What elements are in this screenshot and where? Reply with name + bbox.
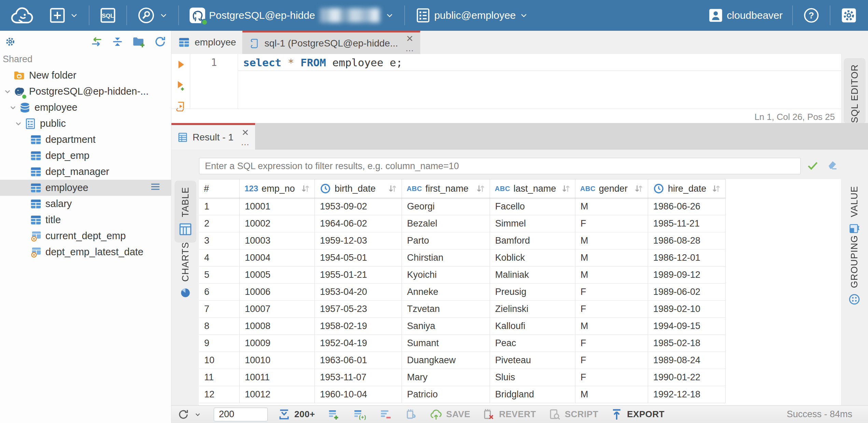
table-cell[interactable]: F	[575, 284, 648, 301]
table-cell[interactable]: Bezalel	[402, 215, 490, 232]
connection-selector[interactable]: PostgreSQL@ep-hidde	[184, 0, 400, 31]
row-number-cell[interactable]: 10	[199, 352, 240, 369]
tab-menu-icon[interactable]: ⋯	[241, 142, 250, 147]
editor-tab-sql-1[interactable]: sql-1 (PostgreSQL@ep-hidde...✕⋯	[242, 31, 420, 54]
tree-item-employee[interactable]: employee	[0, 99, 171, 115]
gear-icon[interactable]	[4, 36, 16, 48]
code-line[interactable]: select * FROM employee e;	[238, 54, 841, 71]
table-cell[interactable]: 10012	[240, 386, 315, 403]
table-cell[interactable]: F	[575, 335, 648, 352]
table-cell[interactable]: 1989-08-24	[648, 352, 726, 369]
sort-arrows-icon[interactable]	[299, 183, 311, 194]
table-cell[interactable]: Duangkaew	[402, 352, 490, 369]
tree-item-dept-emp[interactable]: dept_emp	[0, 148, 171, 164]
tab-grouping[interactable]: GROUPING	[843, 229, 865, 312]
table-cell[interactable]: Saniya	[402, 318, 490, 335]
table-cell[interactable]: 10005	[240, 267, 315, 284]
driver-tools-button[interactable]	[132, 0, 173, 31]
table-cell[interactable]: Bridgland	[490, 386, 575, 403]
table-cell[interactable]: 1989-06-02	[648, 284, 726, 301]
table-cell[interactable]: 10008	[240, 318, 315, 335]
table-cell[interactable]: 1953-11-07	[315, 369, 402, 386]
table-cell[interactable]: 1986-12-01	[648, 249, 726, 267]
tab-table[interactable]: TABLE	[174, 181, 196, 243]
table-cell[interactable]: F	[575, 352, 648, 369]
table-cell[interactable]: F	[575, 301, 648, 318]
table-cell[interactable]: Parto	[402, 232, 490, 249]
tab-menu-icon[interactable]: ⋯	[405, 49, 414, 53]
editor-tab-employee[interactable]: employee	[171, 31, 242, 54]
row-limit-input[interactable]	[214, 408, 268, 421]
tree-item-title[interactable]: title	[0, 212, 171, 228]
close-icon[interactable]: ✕	[406, 34, 414, 43]
table-cell[interactable]: M	[575, 318, 648, 335]
table-cell[interactable]: 1955-01-21	[315, 267, 402, 284]
row-number-cell[interactable]: 6	[199, 284, 240, 301]
cloudbeaver-logo[interactable]	[0, 0, 44, 31]
sync-icon[interactable]	[90, 35, 103, 49]
refresh-icon[interactable]	[153, 35, 167, 49]
table-cell[interactable]: 10011	[240, 369, 315, 386]
table-cell[interactable]: 1989-02-10	[648, 301, 726, 318]
tree-item-employee[interactable]: employee	[0, 180, 171, 196]
chevron-down-icon[interactable]	[193, 410, 202, 419]
table-cell[interactable]: 1953-04-20	[315, 284, 402, 301]
table-cell[interactable]: 10007	[240, 301, 315, 318]
tree-item-department[interactable]: department	[0, 132, 171, 148]
table-cell[interactable]: 10009	[240, 335, 315, 352]
table-cell[interactable]: Kyoichi	[402, 267, 490, 284]
table-cell[interactable]: Mary	[402, 369, 490, 386]
table-cell[interactable]: M	[575, 232, 648, 249]
chevron-down-icon[interactable]	[2, 86, 13, 97]
table-cell[interactable]: 10004	[240, 249, 315, 267]
table-cell[interactable]: Sumant	[402, 335, 490, 352]
table-cell[interactable]: 1952-04-19	[315, 335, 402, 352]
table-cell[interactable]: Koblick	[490, 249, 575, 267]
row-number-cell[interactable]: 8	[199, 318, 240, 335]
table-cell[interactable]: Piveteau	[490, 352, 575, 369]
execute-icon[interactable]	[175, 59, 186, 70]
tab-sql-editor[interactable]: SQL EDITOR	[844, 58, 866, 124]
table-cell[interactable]: 1990-01-22	[648, 369, 726, 386]
table-cell[interactable]: 1963-06-01	[315, 352, 402, 369]
column-header-birth_date[interactable]: birth_date	[315, 179, 402, 198]
export-button[interactable]: EXPORT	[610, 408, 664, 421]
apply-filter-icon[interactable]	[806, 159, 820, 172]
table-cell[interactable]: M	[575, 249, 648, 267]
table-cell[interactable]: Preusig	[490, 284, 575, 301]
table-cell[interactable]: M	[575, 198, 648, 215]
sort-arrows-icon[interactable]	[560, 183, 572, 194]
row-number-cell[interactable]: 7	[199, 301, 240, 318]
table-cell[interactable]: 1986-08-28	[648, 232, 726, 249]
table-cell[interactable]: 1992-12-18	[648, 386, 726, 403]
tree-item-dept-emp-latest-date[interactable]: dept_emp_latest_date	[0, 244, 171, 260]
user-menu[interactable]: cloudbeaver	[702, 0, 787, 31]
table-cell[interactable]: 1985-11-21	[648, 215, 726, 232]
duplicate-row-button[interactable]: (+)	[352, 408, 367, 421]
table-cell[interactable]: Chirstian	[402, 249, 490, 267]
table-cell[interactable]: Simmel	[490, 215, 575, 232]
table-cell[interactable]: 1986-06-26	[648, 198, 726, 215]
table-cell[interactable]: 1957-05-23	[315, 301, 402, 318]
refresh-button[interactable]	[177, 408, 202, 421]
tab-charts[interactable]: CHARTS	[174, 236, 196, 305]
table-cell[interactable]: F	[575, 215, 648, 232]
tree-item-dept-manager[interactable]: dept_manager	[0, 164, 171, 180]
schema-selector[interactable]: public@employee	[410, 0, 534, 31]
chevron-down-icon[interactable]	[8, 103, 18, 113]
sort-arrows-icon[interactable]	[710, 183, 722, 194]
chevron-down-icon[interactable]	[13, 119, 24, 129]
table-cell[interactable]: 1960-10-04	[315, 386, 402, 403]
column-header-emp_no[interactable]: 123emp_no	[240, 179, 315, 198]
fetch-more-button[interactable]: 200+	[277, 408, 315, 421]
table-cell[interactable]: Maliniak	[490, 267, 575, 284]
collapse-all-icon[interactable]	[111, 35, 124, 48]
table-cell[interactable]: Peac	[490, 335, 575, 352]
tree-item-new-folder[interactable]: New folder	[0, 67, 171, 83]
table-cell[interactable]: 10006	[240, 284, 315, 301]
table-cell[interactable]: Bamford	[490, 232, 575, 249]
help-button[interactable]: ?	[798, 0, 825, 31]
delete-row-button[interactable]	[379, 408, 392, 421]
row-number-cell[interactable]: 2	[199, 215, 240, 232]
table-cell[interactable]: Tzvetan	[402, 301, 490, 318]
